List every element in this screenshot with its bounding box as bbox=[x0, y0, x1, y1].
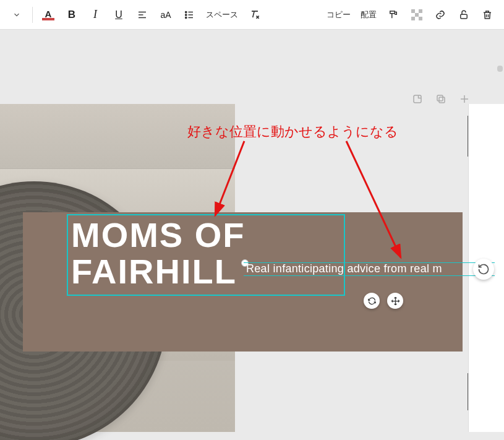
selection-box-heading[interactable] bbox=[67, 214, 345, 296]
svg-point-3 bbox=[186, 11, 187, 12]
annotation-text: 好きな位置に動かせるようになる bbox=[187, 123, 398, 141]
svg-point-4 bbox=[186, 14, 187, 15]
svg-rect-18 bbox=[437, 95, 443, 101]
clear-formatting-button[interactable] bbox=[243, 3, 267, 27]
top-toolbar: A B I U aA スペース コピー 配置 bbox=[0, 0, 504, 30]
sync-handle-icon[interactable] bbox=[364, 293, 380, 309]
svg-point-5 bbox=[186, 17, 187, 18]
svg-rect-14 bbox=[419, 17, 422, 20]
link-button[interactable] bbox=[429, 3, 452, 27]
add-page-icon[interactable] bbox=[458, 93, 471, 105]
more-dropdown[interactable] bbox=[5, 3, 28, 27]
align-button[interactable] bbox=[130, 3, 154, 27]
format-painter-button[interactable] bbox=[382, 3, 405, 27]
rotate-handle[interactable] bbox=[473, 259, 494, 280]
toolbar-divider bbox=[32, 7, 33, 23]
page-guide-top bbox=[468, 116, 468, 157]
svg-rect-12 bbox=[415, 13, 419, 17]
element-handle-buttons bbox=[364, 293, 403, 309]
list-button[interactable] bbox=[177, 3, 201, 27]
lock-button[interactable] bbox=[452, 3, 476, 27]
svg-rect-15 bbox=[461, 14, 468, 19]
svg-rect-10 bbox=[411, 9, 415, 13]
svg-rect-16 bbox=[414, 95, 421, 103]
bold-button[interactable]: B bbox=[60, 3, 83, 27]
delete-button[interactable] bbox=[476, 3, 499, 27]
text-color-button[interactable]: A bbox=[36, 3, 60, 27]
note-icon[interactable] bbox=[411, 93, 424, 105]
canvas-area[interactable]: MOMS OF FAIRHILL Real infanticipating ad… bbox=[0, 30, 504, 440]
scrollbar-thumb[interactable] bbox=[497, 66, 503, 72]
svg-rect-13 bbox=[411, 17, 415, 20]
page-actions bbox=[411, 93, 471, 105]
case-button[interactable]: aA bbox=[154, 3, 177, 27]
spacing-button[interactable]: スペース bbox=[201, 3, 243, 27]
move-handle-icon[interactable] bbox=[387, 293, 403, 309]
subheading-text[interactable]: Real infanticipating advice from real m bbox=[246, 262, 442, 275]
page-guide-bottom bbox=[468, 373, 468, 410]
svg-rect-11 bbox=[419, 9, 422, 13]
position-button[interactable]: 配置 bbox=[356, 3, 382, 27]
duplicate-icon[interactable] bbox=[435, 93, 447, 105]
svg-rect-17 bbox=[439, 97, 445, 103]
copy-button[interactable]: コピー bbox=[322, 3, 356, 27]
transparency-button[interactable] bbox=[405, 3, 429, 27]
underline-button[interactable]: U bbox=[107, 3, 130, 27]
italic-button[interactable]: I bbox=[83, 3, 107, 27]
